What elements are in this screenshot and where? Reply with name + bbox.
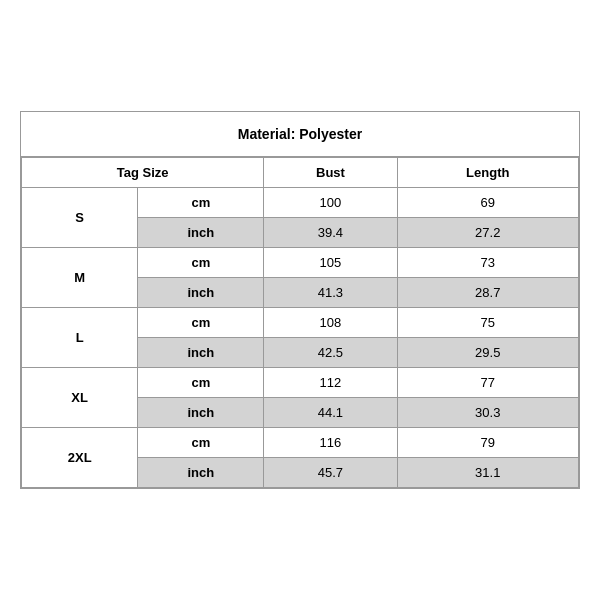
length-inch: 29.5 — [397, 338, 578, 368]
size-cell-2xl: 2XL — [22, 428, 138, 488]
bust-cm: 112 — [264, 368, 397, 398]
header-row: Tag Size Bust Length — [22, 158, 579, 188]
size-cell-m: M — [22, 248, 138, 308]
size-chart-container: Material: Polyester Tag Size Bust Length… — [20, 111, 580, 489]
table-row: Scm10069 — [22, 188, 579, 218]
table-row: Lcm10875 — [22, 308, 579, 338]
unit-cm: cm — [138, 308, 264, 338]
size-cell-s: S — [22, 188, 138, 248]
bust-cm: 116 — [264, 428, 397, 458]
length-cm: 73 — [397, 248, 578, 278]
material-title: Material: Polyester — [21, 112, 579, 157]
length-inch: 28.7 — [397, 278, 578, 308]
length-inch: 30.3 — [397, 398, 578, 428]
unit-inch: inch — [138, 278, 264, 308]
length-inch: 27.2 — [397, 218, 578, 248]
size-cell-xl: XL — [22, 368, 138, 428]
bust-inch: 44.1 — [264, 398, 397, 428]
table-row: XLcm11277 — [22, 368, 579, 398]
bust-cm: 100 — [264, 188, 397, 218]
unit-inch: inch — [138, 458, 264, 488]
bust-cm: 105 — [264, 248, 397, 278]
bust-header: Bust — [264, 158, 397, 188]
unit-cm: cm — [138, 428, 264, 458]
table-row: 2XLcm11679 — [22, 428, 579, 458]
unit-inch: inch — [138, 398, 264, 428]
length-cm: 75 — [397, 308, 578, 338]
bust-inch: 42.5 — [264, 338, 397, 368]
unit-cm: cm — [138, 368, 264, 398]
unit-inch: inch — [138, 218, 264, 248]
bust-inch: 39.4 — [264, 218, 397, 248]
length-inch: 31.1 — [397, 458, 578, 488]
unit-inch: inch — [138, 338, 264, 368]
bust-cm: 108 — [264, 308, 397, 338]
unit-cm: cm — [138, 248, 264, 278]
bust-inch: 45.7 — [264, 458, 397, 488]
size-table: Tag Size Bust Length Scm10069inch39.427.… — [21, 157, 579, 488]
tag-size-header: Tag Size — [22, 158, 264, 188]
bust-inch: 41.3 — [264, 278, 397, 308]
length-cm: 79 — [397, 428, 578, 458]
table-row: Mcm10573 — [22, 248, 579, 278]
size-cell-l: L — [22, 308, 138, 368]
length-header: Length — [397, 158, 578, 188]
unit-cm: cm — [138, 188, 264, 218]
length-cm: 77 — [397, 368, 578, 398]
length-cm: 69 — [397, 188, 578, 218]
